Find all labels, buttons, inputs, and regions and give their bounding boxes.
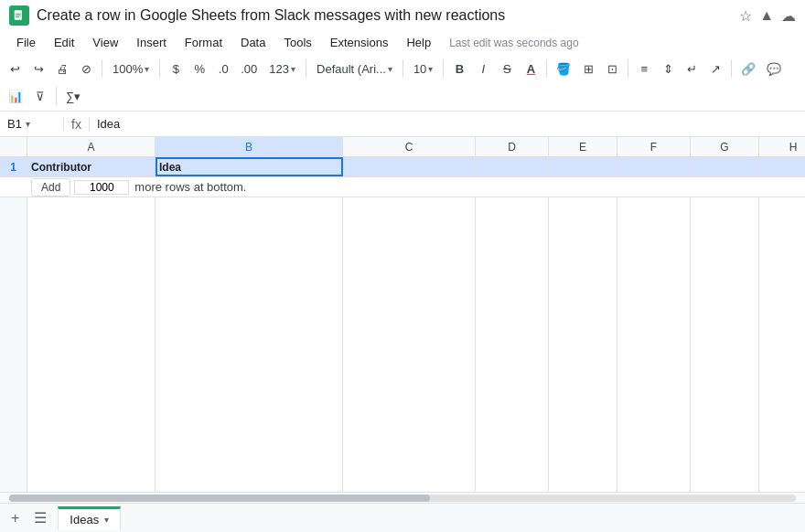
cell-empty-e[interactable] bbox=[549, 197, 617, 492]
sep1 bbox=[102, 59, 102, 78]
cell-ref-value: B1 bbox=[7, 117, 22, 131]
decimal-decrease-button[interactable]: .0 bbox=[212, 56, 234, 81]
italic-button[interactable]: I bbox=[472, 56, 494, 81]
format-chevron: ▾ bbox=[291, 64, 295, 74]
functions-button[interactable]: ∑▾ bbox=[61, 83, 85, 109]
cell-empty-d[interactable] bbox=[476, 197, 549, 492]
font-size-dropdown[interactable]: 10 ▾ bbox=[408, 56, 438, 81]
cell-a1[interactable]: Contributor bbox=[27, 157, 156, 176]
col-header-c[interactable]: C bbox=[343, 137, 476, 156]
chart-button[interactable]: 📊 bbox=[4, 83, 27, 109]
zoom-value: 100% bbox=[113, 62, 143, 76]
row-num-1: 1 bbox=[0, 157, 27, 176]
sheets-logo bbox=[9, 5, 29, 26]
menu-bar: File Edit View Insert Format Data Tools … bbox=[0, 31, 805, 54]
svg-rect-3 bbox=[16, 16, 19, 17]
cell-h1[interactable] bbox=[759, 157, 805, 176]
format-number-dropdown[interactable]: 123 ▾ bbox=[263, 56, 301, 81]
drive-icon[interactable]: ▲ bbox=[759, 7, 774, 24]
sep9 bbox=[56, 87, 57, 105]
fill-color-button[interactable]: 🪣 bbox=[552, 56, 575, 81]
col-header-d[interactable]: D bbox=[476, 137, 549, 156]
horizontal-scrollbar[interactable] bbox=[0, 492, 805, 503]
sep7 bbox=[628, 59, 628, 78]
cell-c1[interactable] bbox=[343, 157, 476, 176]
cell-empty-c[interactable] bbox=[343, 197, 476, 492]
sep6 bbox=[546, 59, 547, 78]
cell-d1[interactable] bbox=[476, 157, 549, 176]
col-header-f[interactable]: F bbox=[617, 137, 691, 156]
star-icon[interactable]: ☆ bbox=[739, 7, 752, 25]
zoom-dropdown[interactable]: 100% ▾ bbox=[107, 56, 155, 81]
redo-button[interactable]: ↪ bbox=[27, 56, 49, 81]
cell-empty-a[interactable] bbox=[27, 197, 156, 492]
add-rows-count[interactable] bbox=[74, 180, 129, 195]
print-button[interactable]: 🖨 bbox=[51, 56, 73, 81]
text-wrap-button[interactable]: ↵ bbox=[681, 56, 703, 81]
cloud-icon[interactable]: ☁ bbox=[781, 7, 796, 25]
add-rows-suffix: more rows at bottom. bbox=[134, 180, 246, 194]
sep5 bbox=[443, 59, 444, 78]
format-number-value: 123 bbox=[269, 62, 289, 76]
link-button[interactable]: 🔗 bbox=[736, 56, 760, 81]
menu-insert[interactable]: Insert bbox=[129, 33, 174, 52]
font-family-value: Default (Ari... bbox=[317, 62, 386, 76]
cell-empty-b[interactable] bbox=[156, 197, 343, 492]
font-family-dropdown[interactable]: Default (Ari... ▾ bbox=[311, 56, 398, 81]
sheet-rows: 1 Contributor Idea Add more rows at bott… bbox=[0, 157, 805, 492]
font-size-value: 10 bbox=[413, 62, 426, 76]
scrollbar-thumb[interactable] bbox=[9, 495, 430, 502]
add-rows-button[interactable]: Add bbox=[31, 178, 70, 197]
add-sheet-button[interactable]: + bbox=[7, 506, 23, 530]
cell-g1[interactable] bbox=[691, 157, 759, 176]
fontsize-chevron: ▾ bbox=[428, 64, 433, 74]
sheets-menu-button[interactable]: ☰ bbox=[30, 505, 50, 530]
col-header-h[interactable]: H bbox=[759, 137, 805, 156]
font-color-button[interactable]: A bbox=[520, 56, 542, 81]
currency-button[interactable]: $ bbox=[165, 56, 187, 81]
column-headers: A B C D E F G H I bbox=[0, 137, 805, 157]
formula-input[interactable] bbox=[90, 117, 805, 131]
merge-button[interactable]: ⊡ bbox=[601, 56, 623, 81]
menu-view[interactable]: View bbox=[85, 33, 125, 52]
cell-empty-g[interactable] bbox=[691, 197, 759, 492]
sheet-tab-ideas[interactable]: Ideas ▾ bbox=[58, 506, 121, 530]
table-row bbox=[0, 197, 805, 492]
cell-b1[interactable]: Idea bbox=[156, 157, 343, 176]
comment-button[interactable]: 💬 bbox=[762, 56, 786, 81]
text-rotate-button[interactable]: ↗ bbox=[704, 56, 726, 81]
menu-edit[interactable]: Edit bbox=[47, 33, 81, 52]
cell-e1[interactable] bbox=[549, 157, 617, 176]
col-header-a[interactable]: A bbox=[27, 137, 156, 156]
menu-tools[interactable]: Tools bbox=[276, 33, 318, 52]
menu-file[interactable]: File bbox=[9, 33, 43, 52]
v-align-button[interactable]: ⇕ bbox=[657, 56, 679, 81]
scrollbar-track bbox=[9, 495, 796, 502]
undo-button[interactable]: ↩ bbox=[4, 56, 26, 81]
cell-f1[interactable] bbox=[617, 157, 691, 176]
menu-extensions[interactable]: Extensions bbox=[323, 33, 396, 52]
borders-button[interactable]: ⊞ bbox=[577, 56, 599, 81]
bold-button[interactable]: B bbox=[448, 56, 470, 81]
add-row-bar: Add more rows at bottom. bbox=[0, 177, 805, 197]
svg-rect-1 bbox=[16, 14, 21, 15]
row-num-header bbox=[0, 137, 27, 156]
col-header-b[interactable]: B bbox=[156, 137, 343, 156]
last-edit-label: Last edit was seconds ago bbox=[449, 37, 578, 49]
cell-reference[interactable]: B1 ▾ bbox=[0, 117, 64, 131]
menu-format[interactable]: Format bbox=[177, 33, 230, 52]
sep3 bbox=[306, 59, 306, 78]
decimal-increase-button[interactable]: .00 bbox=[236, 56, 262, 81]
col-header-g[interactable]: G bbox=[691, 137, 759, 156]
h-align-button[interactable]: ≡ bbox=[633, 56, 655, 81]
filter-button[interactable]: ⊽ bbox=[29, 83, 51, 109]
sheet-tab-label: Ideas bbox=[70, 513, 99, 527]
col-header-e[interactable]: E bbox=[549, 137, 617, 156]
menu-help[interactable]: Help bbox=[399, 33, 438, 52]
paint-format-button[interactable]: ⊘ bbox=[75, 56, 97, 81]
cell-empty-h[interactable] bbox=[759, 197, 805, 492]
cell-empty-f[interactable] bbox=[617, 197, 691, 492]
menu-data[interactable]: Data bbox=[233, 33, 273, 52]
percent-button[interactable]: % bbox=[188, 56, 210, 81]
strikethrough-button[interactable]: S bbox=[496, 56, 518, 81]
